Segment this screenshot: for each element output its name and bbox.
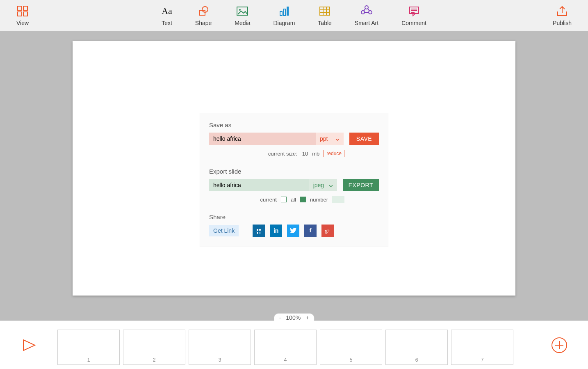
facebook-icon[interactable]: f — [304, 225, 317, 237]
svg-line-19 — [364, 9, 365, 11]
smartart-icon — [360, 5, 373, 17]
view-button[interactable]: View — [16, 5, 29, 26]
text-icon: Aa — [162, 5, 172, 17]
svg-rect-2 — [18, 12, 22, 16]
current-option-radio[interactable] — [281, 197, 287, 202]
all-option-label: all — [291, 197, 296, 203]
svg-point-16 — [365, 6, 368, 9]
svg-rect-10 — [287, 7, 289, 16]
svg-line-20 — [368, 9, 369, 11]
table-button[interactable]: Table — [318, 5, 331, 26]
slide-thumb[interactable]: 5 — [320, 330, 382, 365]
linkedin-icon[interactable]: in — [270, 225, 282, 237]
current-option-label: current — [260, 197, 276, 203]
table-label: Table — [318, 20, 331, 26]
svg-rect-11 — [320, 7, 330, 15]
smartart-label: Smart Art — [355, 20, 378, 26]
shape-button[interactable]: Shape — [195, 5, 212, 26]
all-option-radio[interactable] — [300, 197, 306, 202]
svg-point-7 — [239, 9, 241, 11]
canvas-area: Save as ppt SAVE current size: 10 mb — [0, 31, 588, 321]
diagram-label: Diagram — [273, 20, 295, 26]
grid-icon — [16, 5, 29, 17]
shape-icon — [197, 5, 210, 17]
slide-thumb[interactable]: 4 — [254, 330, 317, 365]
size-label: current size: — [268, 151, 297, 157]
number-input[interactable] — [332, 196, 344, 203]
googleplus-icon[interactable]: g+ — [321, 225, 334, 237]
svg-marker-29 — [23, 340, 35, 351]
slide-thumb[interactable]: 7 — [451, 330, 513, 365]
publish-dialog: Save as ppt SAVE current size: 10 mb — [200, 113, 388, 247]
text-button[interactable]: Aa Text — [162, 5, 172, 26]
slide-thumb[interactable]: 2 — [123, 330, 185, 365]
svg-point-27 — [257, 229, 258, 231]
twitter-icon[interactable] — [287, 225, 299, 237]
svg-rect-8 — [280, 11, 282, 16]
comment-label: Comment — [401, 20, 426, 26]
slideshare-icon[interactable] — [253, 225, 265, 237]
svg-rect-0 — [18, 6, 22, 10]
publish-button[interactable]: Publish — [553, 5, 572, 26]
slide-thumb[interactable]: 1 — [57, 330, 120, 365]
slide-thumbnails: 1 2 3 4 5 6 7 — [57, 325, 531, 365]
size-unit: mb — [312, 151, 319, 157]
publish-label: Publish — [553, 20, 572, 26]
diagram-button[interactable]: Diagram — [273, 5, 295, 26]
export-format-value: jpeg — [313, 182, 324, 188]
comment-icon — [408, 5, 420, 17]
view-label: View — [16, 20, 29, 26]
chart-icon — [278, 5, 290, 17]
svg-rect-1 — [23, 6, 27, 10]
share-title: Share — [209, 213, 379, 220]
text-label: Text — [162, 20, 172, 26]
play-button[interactable] — [21, 338, 36, 352]
upload-icon — [556, 5, 569, 17]
svg-rect-3 — [23, 12, 27, 16]
svg-rect-9 — [283, 9, 285, 16]
media-icon — [236, 5, 249, 17]
slide-thumb[interactable]: 3 — [189, 330, 251, 365]
size-value: 10 — [302, 151, 308, 157]
saveas-title: Save as — [209, 121, 379, 128]
export-button[interactable]: EXPORT — [343, 179, 379, 191]
saveas-filename-input[interactable] — [209, 133, 316, 145]
export-title: Export slide — [209, 168, 379, 175]
chevron-down-icon — [329, 182, 333, 188]
get-link-button[interactable]: Get Link — [209, 225, 239, 236]
bottom-slide-strip: 1 2 3 4 5 6 7 — [0, 321, 588, 369]
saveas-format-select[interactable]: ppt — [316, 133, 344, 145]
svg-point-28 — [259, 229, 261, 231]
zoom-control: - 100% + — [274, 313, 315, 321]
add-slide-button[interactable] — [551, 337, 567, 353]
comment-button[interactable]: Comment — [401, 5, 426, 26]
export-format-select[interactable]: jpeg — [309, 179, 337, 191]
shape-label: Shape — [195, 20, 212, 26]
reduce-button[interactable]: reduce — [324, 150, 344, 157]
slide-canvas[interactable]: Save as ppt SAVE current size: 10 mb — [73, 41, 515, 296]
saveas-format-value: ppt — [320, 135, 328, 142]
table-icon — [319, 5, 331, 17]
media-button[interactable]: Media — [235, 5, 250, 26]
save-button[interactable]: SAVE — [349, 133, 379, 145]
chevron-down-icon — [335, 135, 340, 142]
zoom-in-button[interactable]: + — [305, 314, 309, 321]
zoom-out-button[interactable]: - — [279, 314, 281, 321]
export-filename-input[interactable] — [209, 179, 309, 191]
top-toolbar: View Aa Text Shape Media Diagram — [0, 0, 588, 31]
media-label: Media — [235, 20, 250, 26]
number-option-label: number — [310, 197, 328, 203]
zoom-value: 100% — [286, 314, 301, 321]
smartart-button[interactable]: Smart Art — [355, 5, 378, 26]
slide-thumb[interactable]: 6 — [385, 330, 448, 365]
